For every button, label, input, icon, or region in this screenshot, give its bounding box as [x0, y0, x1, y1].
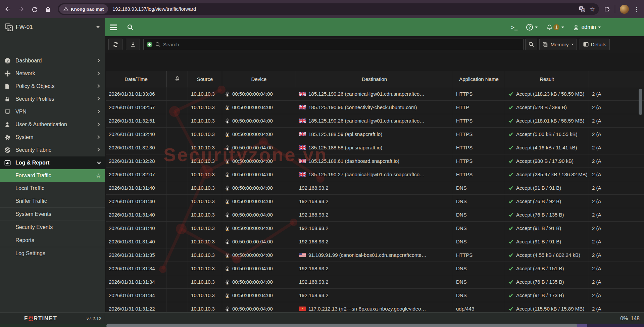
log-row[interactable]: 2026/01/31 01:31:3410.10.10.300:50:00:00… — [106, 262, 644, 275]
browser-back-button[interactable] — [2, 3, 13, 15]
browser-menu-button[interactable]: ⋮ — [634, 6, 639, 13]
search-input[interactable] — [163, 42, 523, 47]
bookmark-button[interactable]: ☆ — [589, 5, 595, 13]
log-row[interactable]: 2026/01/31 01:33:0610.10.10.300:50:00:00… — [106, 87, 644, 101]
log-source-label: Memory — [550, 42, 568, 47]
cell-source: 10.10.10.3 — [188, 248, 222, 262]
log-row[interactable]: 2026/01/31 01:31:3510.10.10.300:50:00:00… — [106, 248, 644, 262]
sidebar-item-policy-objects[interactable]: Policy & Objects — [0, 80, 105, 93]
bar-chart-icon — [4, 160, 11, 166]
help-menu[interactable]: ? — [526, 24, 538, 31]
country-flag-gb-icon — [299, 92, 306, 96]
cell-application: DNS — [453, 195, 505, 208]
sidebar-menu: DashboardNetworkPolicy & ObjectsSecurity… — [0, 54, 105, 260]
browser-reload-button[interactable] — [29, 3, 40, 15]
cell-date-time: 2026/01/31 01:32:07 — [106, 168, 167, 181]
cell-destination: 192.168.93.2 — [296, 235, 453, 248]
column-header-attachment[interactable] — [167, 71, 188, 87]
device-selector[interactable]: FW-01 — [0, 18, 105, 36]
search-submit-button[interactable] — [525, 39, 537, 50]
cell-device: 00:50:00:00:04:00 — [222, 128, 296, 141]
download-button[interactable] — [126, 39, 140, 50]
sidebar-item-reports[interactable]: Reports — [0, 234, 105, 247]
log-row[interactable]: 2026/01/31 01:32:3010.10.10.300:50:00:00… — [106, 141, 644, 154]
admin-user-menu[interactable]: admin — [573, 24, 601, 31]
log-row[interactable]: 2026/01/31 01:32:4010.10.10.300:50:00:00… — [106, 128, 644, 141]
notifications-menu[interactable]: 1 — [546, 24, 564, 31]
cell-source: 10.10.10.3 — [188, 114, 222, 127]
browser-forward-button[interactable] — [15, 3, 27, 15]
search-icon — [127, 24, 134, 31]
sidebar-item-label: System Events — [15, 211, 51, 217]
cli-console-button[interactable]: >_ — [511, 24, 517, 31]
favorite-star-icon[interactable]: ☆ — [96, 172, 101, 179]
log-search-box[interactable] — [143, 39, 524, 50]
sidebar-item-network[interactable]: Network — [0, 67, 105, 80]
column-header-application-name[interactable]: Application Name — [453, 71, 505, 87]
cell-application: DNS — [453, 262, 505, 275]
sidebar-item-system-events[interactable]: System Events — [0, 208, 105, 221]
gear-icon — [4, 134, 11, 141]
column-header-result[interactable]: Result — [505, 71, 589, 87]
cell-policy: 2 (A — [589, 262, 643, 275]
sidebar-item-vpn[interactable]: VPN — [0, 105, 105, 118]
column-header-source[interactable]: Source — [188, 71, 222, 87]
cell-date-time: 2026/01/31 01:31:40 — [106, 222, 167, 235]
log-row[interactable]: 2026/01/31 01:32:5110.10.10.300:50:00:00… — [106, 114, 644, 128]
security-badge[interactable]: Không bảo mật — [59, 4, 108, 14]
global-search-button[interactable] — [127, 24, 134, 31]
cell-attachment — [167, 289, 188, 302]
sidebar-item-local-traffic[interactable]: Local Traffic — [0, 182, 105, 195]
cell-date-time: 2026/01/31 01:32:51 — [106, 114, 167, 127]
cell-source: 10.10.10.3 — [188, 181, 222, 194]
status-bar: FRTINET v7.2.12 0% 148 — [0, 312, 644, 324]
address-bar[interactable]: Không bảo mật 192.168.93.137/log/view/tr… — [58, 3, 599, 15]
url-text[interactable]: 192.168.93.137/log/view/traffic/forward — [112, 6, 579, 12]
browser-home-button[interactable] — [42, 3, 54, 15]
sidebar-item-forward-traffic[interactable]: Forward Traffic☆ — [0, 169, 105, 182]
sidebar-item-security-fabric[interactable]: Security Fabric — [0, 144, 105, 156]
hamburger-menu-button[interactable] — [110, 25, 117, 30]
country-flag-gb-icon — [299, 105, 306, 109]
refresh-button[interactable] — [108, 39, 122, 50]
log-row[interactable]: 2026/01/31 01:31:4010.10.10.300:50:00:00… — [106, 222, 644, 235]
log-source-dropdown[interactable]: Memory — [539, 39, 577, 50]
log-row[interactable]: 2026/01/31 01:31:3410.10.10.300:50:00:00… — [106, 275, 644, 289]
log-row[interactable]: 2026/01/31 01:32:5710.10.10.300:50:00:00… — [106, 101, 644, 114]
details-button[interactable]: Details — [580, 39, 610, 50]
sidebar-item-log-settings[interactable]: Log Settings — [0, 247, 105, 260]
extensions-button[interactable] — [604, 5, 610, 13]
accept-check-icon — [508, 239, 513, 244]
cell-application: HTTP — [453, 101, 505, 114]
sidebar-item-dashboard[interactable]: Dashboard — [0, 54, 105, 67]
horizontal-scrollbar[interactable] — [106, 324, 577, 327]
log-row[interactable]: 2026/01/31 01:31:3410.10.10.300:50:00:00… — [106, 289, 644, 302]
log-row[interactable]: 2026/01/31 01:31:4010.10.10.300:50:00:00… — [106, 195, 644, 208]
cell-date-time: 2026/01/31 01:31:40 — [106, 208, 167, 221]
column-header-device[interactable]: Device — [222, 71, 296, 87]
cell-device: 00:50:00:00:04:00 — [222, 289, 296, 302]
accept-check-icon — [508, 185, 513, 190]
profile-avatar[interactable] — [620, 5, 629, 14]
sidebar-item-system[interactable]: System — [0, 131, 105, 144]
log-row[interactable]: 2026/01/31 01:32:0710.10.10.300:50:00:00… — [106, 168, 644, 181]
log-row[interactable]: 2026/01/31 01:31:4010.10.10.300:50:00:00… — [106, 181, 644, 195]
column-header-destination[interactable]: Destination — [296, 71, 453, 87]
sidebar-item-log-report[interactable]: Log & Report — [0, 156, 105, 169]
add-filter-icon[interactable] — [146, 41, 153, 48]
translate-button[interactable]: GA — [579, 6, 585, 12]
cell-device: 00:50:00:00:04:00 — [222, 195, 296, 208]
cell-destination: 185.125.188.58 (api.snapcraft.io) — [296, 141, 453, 154]
column-header-date-time[interactable]: Date/Time — [106, 71, 167, 87]
sidebar-item-security-events[interactable]: Security Events — [0, 221, 105, 234]
cell-result: Accept (118.23 kB / 58.59 MB) — [505, 87, 589, 100]
sidebar-item-label: Dashboard — [15, 58, 42, 64]
log-row[interactable]: 2026/01/31 01:31:4010.10.10.300:50:00:00… — [106, 235, 644, 248]
column-header-policy[interactable] — [589, 71, 643, 87]
sidebar-item-sniffer-traffic[interactable]: Sniffer Traffic — [0, 195, 105, 207]
sidebar-item-security-profiles[interactable]: Security Profiles — [0, 93, 105, 105]
vertical-scrollbar[interactable] — [639, 89, 642, 115]
log-row[interactable]: 2026/01/31 01:31:4010.10.10.300:50:00:00… — [106, 208, 644, 222]
log-row[interactable]: 2026/01/31 01:32:2810.10.10.300:50:00:00… — [106, 154, 644, 168]
sidebar-item-user-authentication[interactable]: User & Authentication — [0, 118, 105, 131]
